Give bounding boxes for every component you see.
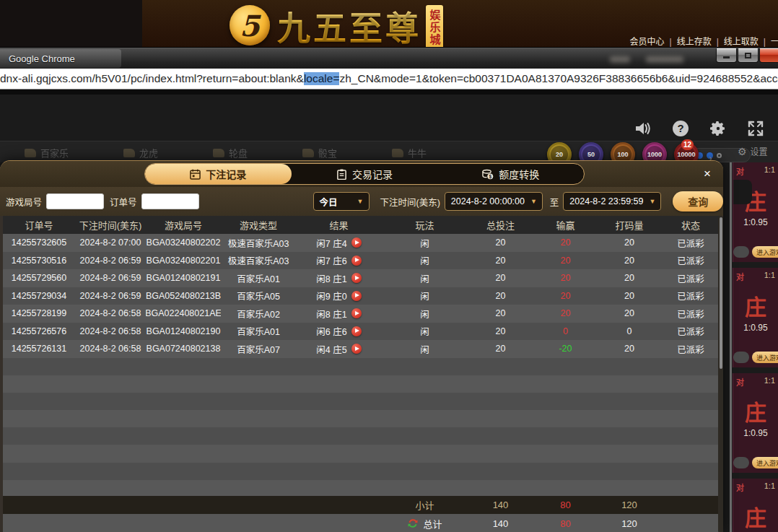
card-buttons: 进入游戏 [733, 457, 778, 468]
maximize-button[interactable] [738, 48, 759, 63]
tab-transaction-records[interactable]: 交易记录 [292, 164, 438, 184]
secondary-button[interactable] [733, 246, 749, 258]
bet-records-modal: 下注记录交易记录$额度转换 × 游戏局号 订单号 今日 ▼ 下注时间(美东) 2… [0, 160, 723, 532]
query-button[interactable]: 查询 [673, 191, 723, 212]
close-window-button[interactable] [759, 48, 778, 63]
url-text: dnx-ali.gqjcxs.com/h5V01/pc/index.html?r… [0, 72, 304, 85]
cell-order-no: 14255726576 [3, 323, 75, 341]
table-row[interactable]: 142557265762024-8-2 06:58BGA01240802190百… [3, 323, 720, 341]
cell-game-type: 极速百家乐A03 [221, 234, 296, 252]
background-game-card[interactable]: 对1:1庄1:0.95进入游戏 [733, 162, 778, 262]
game-toolbar: ? [634, 119, 765, 138]
empty-stripes [3, 358, 720, 498]
background-game-card[interactable]: 对1:1庄1:0.95进入游戏 [733, 373, 778, 473]
cell-total-bet: 20 [468, 234, 533, 252]
subtotal-row: 小计14080120 [3, 496, 720, 514]
game-nav-item[interactable]: 百家乐 [25, 146, 69, 160]
tab-bet-records[interactable]: 下注记录 [145, 164, 292, 184]
background-game-card[interactable]: 对1:1庄1:0.95进入游戏 [733, 479, 778, 532]
scrollbar-thumb[interactable] [720, 217, 722, 369]
play-video-icon[interactable] [351, 273, 362, 283]
secondary-button[interactable] [733, 352, 749, 363]
table-row[interactable]: 142557261312024-8-2 06:58BGA07240802138百… [3, 340, 720, 358]
enter-game-button[interactable]: 进入游戏 [752, 352, 778, 363]
date-range-select[interactable]: 今日 ▼ [313, 192, 370, 211]
result-text: 闲7 庄6 [316, 253, 346, 267]
cell-total-bet: 20 [468, 305, 533, 323]
cell-win-loss: 20 [533, 269, 598, 287]
tab-label: 额度转换 [499, 167, 539, 181]
header-link[interactable]: 线上存款 [677, 37, 712, 47]
play-video-icon[interactable] [351, 326, 362, 336]
order-no-input[interactable] [141, 193, 199, 209]
table-row[interactable]: 142557295602024-8-2 06:59BGA01240802191百… [3, 269, 720, 287]
play-video-icon[interactable] [351, 256, 362, 266]
time-to-select[interactable]: 2024-8-2 23:59:59 ▼ [563, 192, 661, 211]
to-label: 至 [550, 195, 559, 209]
cell-game-type: 百家乐A05 [221, 287, 296, 305]
cell-turnover: 20 [598, 252, 661, 270]
footer-empty-cell [75, 514, 146, 532]
cell-play-type: 闲 [382, 340, 468, 358]
cell-order-no: 14255729560 [3, 269, 75, 287]
banker-label: 庄 [733, 500, 778, 532]
enter-game-button[interactable]: 进入游戏 [752, 457, 778, 468]
cell-game-round: BGA022408021AE [146, 305, 221, 323]
game-round-label: 游戏局号 [6, 195, 42, 209]
footer-label-cell: 小计 [382, 496, 468, 514]
cell-win-loss: 20 [533, 305, 598, 323]
fullscreen-icon[interactable] [746, 119, 765, 138]
play-video-icon[interactable] [351, 308, 362, 318]
footer-empty-cell [221, 514, 296, 532]
column-header: 状态 [661, 216, 720, 234]
table-scrollbar[interactable] [718, 216, 723, 532]
help-icon[interactable]: ? [671, 119, 690, 138]
volume-icon[interactable] [634, 119, 652, 138]
game-nav-icon [392, 149, 403, 157]
close-icon[interactable]: × [700, 167, 714, 181]
settings-gear-icon[interactable] [709, 119, 727, 138]
card-buttons: 进入游戏 [733, 246, 778, 258]
game-round-input[interactable] [46, 193, 104, 209]
table-row[interactable]: 142557305162024-8-2 06:59BGA03240802201极… [3, 252, 720, 270]
result-text: 闲6 庄6 [316, 324, 346, 338]
play-video-icon[interactable] [351, 291, 362, 301]
cell-play-type: 闲 [382, 287, 468, 305]
game-nav-items: 百家乐龙虎轮盘骰宝牛牛 [25, 146, 427, 160]
time-from-select[interactable]: 2024-8-2 00:00:00 ▼ [445, 192, 543, 211]
empty-row [3, 375, 720, 393]
cell-bet-time: 2024-8-2 07:00 [75, 234, 146, 252]
empty-row [3, 445, 720, 462]
game-nav-item[interactable]: 龙虎 [123, 146, 158, 160]
secondary-button[interactable] [733, 457, 749, 468]
enter-game-button[interactable]: 进入游戏 [752, 246, 778, 258]
empty-row [3, 427, 720, 445]
tab-credit-transfer[interactable]: $额度转换 [437, 164, 584, 184]
cell-bet-time: 2024-8-2 06:59 [75, 269, 146, 287]
table-row[interactable]: 142557281992024-8-2 06:58BGA022408021AE百… [3, 305, 720, 323]
game-nav-item[interactable]: 牛牛 [392, 146, 427, 160]
refresh-icon[interactable] [407, 518, 419, 529]
page-scrollbar[interactable] [730, 162, 732, 532]
game-nav-label: 牛牛 [408, 146, 427, 160]
background-game-card[interactable]: 对1:1庄1:0.95进入游戏 [733, 268, 778, 367]
footer-empty-cell [146, 514, 221, 532]
cell-play-type: 闲 [382, 305, 468, 323]
header-link[interactable]: 会员中心 [630, 37, 665, 47]
cell-turnover: 20 [598, 340, 661, 358]
game-nav-item[interactable]: 骰宝 [302, 146, 337, 160]
header-link[interactable]: 线上取款 [724, 37, 759, 47]
cell-win-loss: 0 [533, 323, 598, 341]
table-row[interactable]: 142557326052024-8-2 07:00BGA03240802202极… [3, 234, 720, 252]
header-link[interactable]: 一键 [771, 37, 778, 47]
empty-row [3, 410, 720, 427]
table-settings[interactable]: ⚙ 设置 [738, 145, 768, 157]
minimize-button[interactable] [716, 48, 737, 63]
url-bar[interactable]: dnx-ali.gqjcxs.com/h5V01/pc/index.html?r… [0, 69, 778, 90]
table-row[interactable]: 142557290342024-8-2 06:59BGA0524080213B百… [3, 287, 720, 305]
cell-status: 已派彩 [661, 269, 720, 287]
play-video-icon[interactable] [351, 237, 362, 248]
result-text: 闲9 庄0 [316, 289, 346, 302]
play-video-icon[interactable] [351, 344, 362, 354]
game-nav-item[interactable]: 轮盘 [213, 146, 248, 160]
